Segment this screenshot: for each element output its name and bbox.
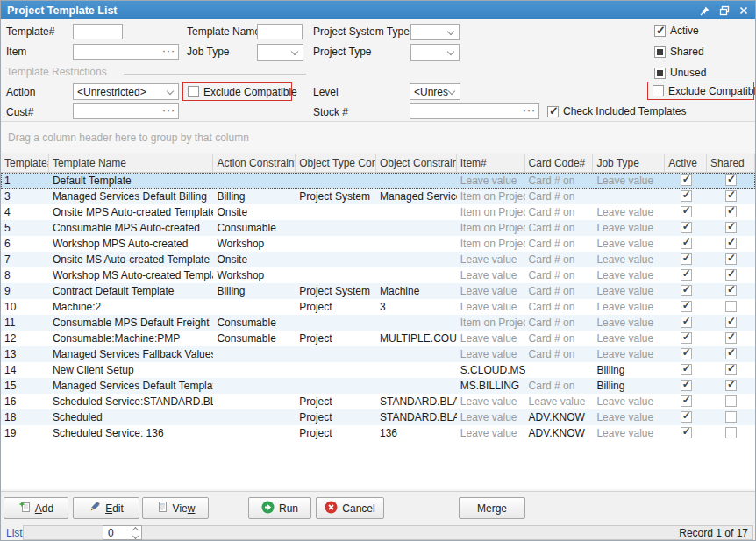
edit-button[interactable]: Edit <box>73 497 139 519</box>
active-checkbox[interactable] <box>681 253 692 265</box>
column-header-item-number[interactable]: Item# <box>457 154 525 172</box>
exclude-compatible-checkbox[interactable]: Exclude Compatible <box>182 82 292 101</box>
merge-button[interactable]: Merge <box>459 497 525 519</box>
table-row[interactable]: 13Managed Services Fallback ValuesLeave … <box>1 346 755 362</box>
active-checkbox[interactable] <box>681 364 692 375</box>
restore-icon[interactable] <box>718 4 730 16</box>
group-by-panel[interactable]: Drag a column header here to group by th… <box>1 121 755 153</box>
active-checkbox[interactable] <box>681 285 692 296</box>
active-checkbox[interactable] <box>681 190 692 202</box>
table-row[interactable]: 15Managed Services Default TemplateMS.BI… <box>1 378 755 394</box>
column-header-object-type-constraint[interactable]: Object Type Const <box>296 154 376 172</box>
shared-checkbox[interactable] <box>725 427 737 438</box>
active-checkbox[interactable] <box>681 269 692 281</box>
shared-checkbox[interactable] <box>725 222 737 233</box>
exclude-compatible-2-checkbox-box[interactable] <box>653 85 664 96</box>
level-select[interactable]: <Unres <box>410 83 460 100</box>
stock-number-input[interactable]: ··· <box>410 103 539 119</box>
active-checkbox[interactable] <box>681 317 692 328</box>
table-row[interactable]: 7Onsite MS Auto-created TemplateOnsiteLe… <box>1 252 755 267</box>
active-checkbox[interactable] <box>681 222 692 233</box>
active-checkbox[interactable] <box>681 301 692 312</box>
table-row[interactable]: 10Machine:2Project3Leave valueCard # onL… <box>1 299 755 315</box>
table-row[interactable]: 3Managed Services Default BillingBilling… <box>1 189 755 204</box>
cust-ellipsis-button[interactable]: ··· <box>162 104 175 117</box>
table-row[interactable]: 18ScheduledProjectSTANDARD.BLACKLeave va… <box>1 409 755 425</box>
table-row[interactable]: 12Consumable:Machine:PMPConsumableProjec… <box>1 331 755 346</box>
add-button[interactable]: Add <box>4 497 68 519</box>
view-button[interactable]: View <box>142 497 209 519</box>
exclude-compatible-checkbox-box[interactable] <box>188 86 199 97</box>
shared-checkbox[interactable] <box>725 238 737 249</box>
record-spinner[interactable]: 0 <box>103 525 142 540</box>
table-row[interactable]: 8Workshop MS Auto-created TemplateWorksh… <box>1 267 755 283</box>
spinner-down-icon[interactable] <box>132 532 138 538</box>
shared-checkbox[interactable] <box>725 317 737 328</box>
unused-checkbox-box[interactable] <box>654 68 666 79</box>
run-button[interactable]: Run <box>248 497 311 519</box>
shared-checkbox[interactable] <box>725 174 737 186</box>
active-checkbox[interactable] <box>681 174 692 186</box>
column-header-active[interactable]: Active <box>665 154 707 172</box>
unused-filter-checkbox[interactable]: Unused <box>654 67 706 79</box>
column-header-object-constraint[interactable]: Object Constraint <box>376 154 457 172</box>
check-included-checkbox-box[interactable] <box>547 106 559 117</box>
shared-checkbox[interactable] <box>725 380 737 391</box>
table-row[interactable]: 16Scheduled Service:STANDARD.BLACKProjec… <box>1 394 755 409</box>
project-type-select[interactable] <box>410 44 460 61</box>
close-icon[interactable] <box>738 4 749 16</box>
table-row[interactable]: 11Consumable MPS Default FreightConsumab… <box>1 315 755 331</box>
table-row[interactable]: 19Scheduled Service: 136Project136Leave … <box>1 425 755 441</box>
active-checkbox[interactable] <box>681 427 692 438</box>
active-checkbox[interactable] <box>681 411 692 423</box>
item-input[interactable]: ··· <box>73 44 179 60</box>
table-row[interactable]: 9Contract Default TemplateBillingProject… <box>1 283 755 299</box>
column-header-template-number[interactable]: Template# <box>1 154 49 172</box>
active-checkbox-box[interactable] <box>654 25 666 37</box>
exclude-compatible-2-checkbox[interactable]: Exclude Compatible <box>647 82 754 100</box>
template-name-input[interactable] <box>257 24 303 39</box>
shared-filter-checkbox[interactable]: Shared <box>654 46 704 58</box>
cancel-button[interactable]: Cancel <box>316 497 384 519</box>
shared-checkbox[interactable] <box>725 190 737 202</box>
shared-checkbox[interactable] <box>725 285 737 296</box>
table-row[interactable]: 5Consumable MPS Auto-createdConsumableIt… <box>1 220 755 236</box>
pin-icon[interactable] <box>699 4 710 16</box>
cust-number-input[interactable]: ··· <box>73 103 179 119</box>
table-row[interactable]: 4Onsite MPS Auto-created TemplateOnsiteI… <box>1 204 755 220</box>
active-checkbox[interactable] <box>681 395 692 407</box>
active-filter-checkbox[interactable]: Active <box>654 25 699 37</box>
column-header-job-type[interactable]: Job Type <box>593 154 665 172</box>
shared-checkbox[interactable] <box>725 411 737 423</box>
template-number-input[interactable] <box>73 24 123 39</box>
shared-checkbox[interactable] <box>725 253 737 265</box>
active-checkbox[interactable] <box>681 206 692 217</box>
column-header-template-name[interactable]: Template Name <box>49 154 214 172</box>
column-header-action-constraint[interactable]: Action Constraint <box>213 154 296 172</box>
list-link[interactable]: List <box>6 527 23 539</box>
column-header-card-code[interactable]: Card Code# <box>525 154 594 172</box>
project-system-type-select[interactable] <box>410 24 460 40</box>
table-row[interactable]: 14New Client SetupS.CLOUD.MSBilling <box>1 362 755 378</box>
item-ellipsis-button[interactable]: ··· <box>162 45 175 57</box>
check-included-templates-checkbox[interactable]: Check Included Templates <box>547 105 687 117</box>
titlebar[interactable]: Project Template List <box>1 1 755 19</box>
shared-checkbox[interactable] <box>725 395 737 407</box>
stock-ellipsis-button[interactable]: ··· <box>523 104 536 117</box>
table-row[interactable]: 1Default TemplateLeave valueCard # onLea… <box>1 173 755 189</box>
table-row[interactable]: 6Workshop MPS Auto-createdWorkshopItem o… <box>1 236 755 252</box>
shared-checkbox[interactable] <box>725 301 737 312</box>
active-checkbox[interactable] <box>681 348 692 359</box>
shared-checkbox[interactable] <box>725 206 737 217</box>
shared-checkbox[interactable] <box>725 332 737 344</box>
shared-checkbox[interactable] <box>725 269 737 281</box>
shared-checkbox[interactable] <box>725 364 737 375</box>
job-type-select[interactable] <box>257 44 303 61</box>
shared-checkbox[interactable] <box>725 348 737 359</box>
action-select[interactable]: <Unrestricted> <box>73 83 179 100</box>
shared-checkbox-box[interactable] <box>654 46 666 58</box>
active-checkbox[interactable] <box>681 238 692 249</box>
active-checkbox[interactable] <box>681 380 692 391</box>
column-header-shared[interactable]: Shared <box>707 154 755 172</box>
active-checkbox[interactable] <box>681 332 692 344</box>
